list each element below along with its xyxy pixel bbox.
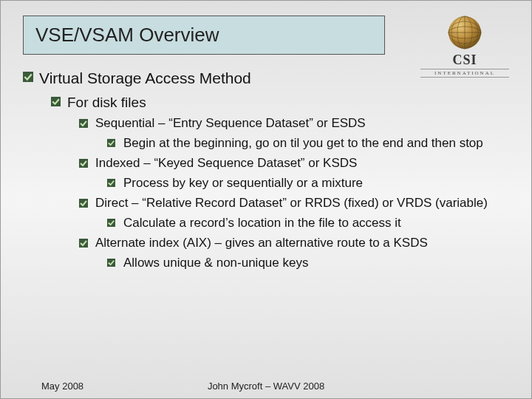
bullet-icon <box>23 72 32 81</box>
list-item: For disk files <box>51 93 509 112</box>
bullet-icon <box>107 259 116 267</box>
bullet-icon <box>107 179 116 188</box>
list-item: Begin at the beginning, go on til you ge… <box>107 135 509 152</box>
bullet-icon <box>79 239 88 248</box>
svg-rect-9 <box>79 119 88 128</box>
item-direct-detail: Calculate a record’s location in the fil… <box>123 215 509 232</box>
item-indexed: Indexed – “Keyed Sequence Dataset” or KS… <box>95 155 509 172</box>
list-item: Sequential – “Entry Sequence Dataset” or… <box>79 115 509 132</box>
page-title: VSE/VSAM Overview <box>23 16 385 55</box>
item-sequential: Sequential – “Entry Sequence Dataset” or… <box>95 115 509 132</box>
svg-rect-13 <box>79 199 88 208</box>
footer-author: John Mycroft – WAVV 2008 <box>1 381 531 392</box>
bullet-icon <box>79 159 88 168</box>
bullet-icon <box>51 97 60 106</box>
svg-rect-8 <box>51 97 61 106</box>
brand-subtitle: International <box>420 69 509 78</box>
globe-icon <box>446 14 483 51</box>
svg-rect-11 <box>79 159 88 168</box>
bullet-icon <box>107 139 116 148</box>
slide-content: Virtual Storage Access Method For disk f… <box>23 68 509 271</box>
svg-rect-7 <box>23 72 33 82</box>
list-item: Alternate index (AIX) – gives an alterna… <box>79 235 509 252</box>
item-direct: Direct – “Relative Record Dataset” or RR… <box>95 195 509 212</box>
svg-rect-16 <box>107 259 115 267</box>
slide: VSE/VSAM Overview CSI <box>0 0 532 399</box>
list-item: Allows unique & non-unique keys <box>107 255 509 272</box>
svg-rect-15 <box>79 239 88 248</box>
list-item: Process by key or sequentially or a mixt… <box>107 175 509 192</box>
item-aix-detail: Allows unique & non-unique keys <box>123 255 509 272</box>
item-sequential-detail: Begin at the beginning, go on til you ge… <box>123 135 509 152</box>
item-aix: Alternate index (AIX) – gives an alterna… <box>95 235 509 252</box>
svg-rect-10 <box>107 139 115 147</box>
list-item: Indexed – “Keyed Sequence Dataset” or KS… <box>79 155 509 172</box>
list-item: Direct – “Relative Record Dataset” or RR… <box>79 195 509 212</box>
bullet-icon <box>79 119 88 128</box>
item-indexed-detail: Process by key or sequentially or a mixt… <box>123 175 509 192</box>
bullet-icon <box>107 219 116 228</box>
heading-level-2: For disk files <box>67 93 509 112</box>
brand-name: CSI <box>420 52 509 68</box>
svg-rect-14 <box>107 219 115 227</box>
brand-logo: CSI International <box>420 14 509 78</box>
title-text: VSE/VSAM Overview <box>35 24 219 46</box>
list-item: Calculate a record’s location in the fil… <box>107 215 509 232</box>
bullet-icon <box>79 199 88 208</box>
svg-rect-12 <box>107 179 115 187</box>
